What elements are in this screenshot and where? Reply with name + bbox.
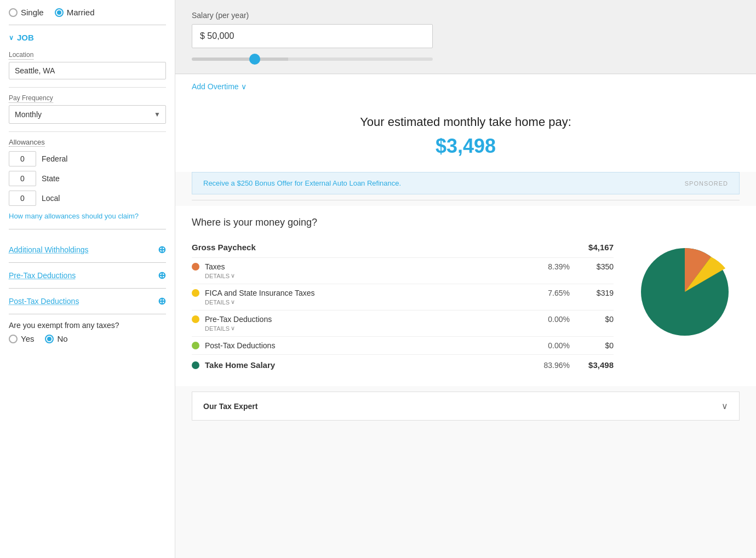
- pretax-details-label: DETAILS: [205, 325, 230, 332]
- pretax-row-main: Pre-Tax Deductions 0.00% $0: [192, 315, 614, 324]
- fica-details-label: DETAILS: [205, 299, 230, 306]
- additional-withholdings-row[interactable]: Additional Withholdings ⊕: [9, 237, 166, 263]
- salary-input-wrapper: [192, 24, 740, 48]
- sidebar: Single Married ∨ JOB Location Pay Freque…: [0, 0, 175, 558]
- single-label: Single: [21, 8, 44, 17]
- taxes-name: Taxes: [205, 262, 526, 271]
- exempt-yes-radio[interactable]: [9, 335, 18, 343]
- fica-details[interactable]: DETAILS ∨: [205, 298, 614, 306]
- exempt-yes-option[interactable]: Yes: [9, 334, 34, 343]
- federal-allowance-row: Federal: [9, 151, 166, 166]
- takehome-row-amt: $3,498: [575, 360, 614, 370]
- add-overtime-label: Add Overtime: [192, 82, 239, 91]
- gross-amount: $4,167: [588, 243, 614, 252]
- pretax-deductions-label: Pre-Tax Deductions: [9, 271, 76, 280]
- takehome-amount: $3,498: [192, 135, 740, 158]
- fica-name: FICA and State Insurance Taxes: [205, 289, 526, 297]
- federal-label: Federal: [42, 154, 67, 163]
- posttax-deductions-icon: ⊕: [158, 295, 166, 307]
- single-radio[interactable]: [9, 8, 18, 17]
- fica-row-main: FICA and State Insurance Taxes 7.65% $31…: [192, 289, 614, 297]
- married-label: Married: [67, 8, 95, 17]
- add-overtime-chevron: ∨: [241, 82, 247, 91]
- pay-frequency-select[interactable]: Monthly Hourly Daily Weekly Bi-Weekly Se…: [9, 105, 166, 124]
- fica-amt: $319: [575, 289, 614, 297]
- state-allowance-input[interactable]: [9, 171, 36, 186]
- takehome-section: Your estimated monthly take home pay: $3…: [175, 99, 756, 172]
- job-chevron: ∨: [9, 34, 14, 42]
- sponsored-banner[interactable]: Receive a $250 Bonus Offer for External …: [192, 172, 740, 194]
- additional-withholdings-label: Additional Withholdings: [9, 245, 89, 254]
- pay-frequency-select-wrapper: Monthly Hourly Daily Weekly Bi-Weekly Se…: [9, 105, 166, 124]
- posttax-row-main: Post-Tax Deductions 0.00% $0: [192, 341, 614, 350]
- add-overtime-bar[interactable]: Add Overtime ∨: [175, 74, 756, 99]
- exempt-no-option[interactable]: No: [45, 334, 67, 343]
- takehome-breakdown-row: Take Home Salary 83.96% $3,498: [192, 355, 614, 375]
- posttax-deductions-label: Post-Tax Deductions: [9, 297, 79, 306]
- state-allowance-row: State: [9, 171, 166, 186]
- local-allowance-input[interactable]: [9, 191, 36, 206]
- pretax-details[interactable]: DETAILS ∨: [205, 325, 614, 332]
- exempt-options: Yes No: [9, 334, 166, 343]
- taxes-details[interactable]: DETAILS ∨: [205, 272, 614, 279]
- tax-expert-header[interactable]: Our Tax Expert ∨: [192, 392, 739, 420]
- takehome-subtitle: Your estimated monthly take home pay:: [192, 115, 740, 129]
- takehome-row-name: Take Home Salary: [205, 360, 526, 370]
- breakdown-table: Gross Paycheck $4,167 Taxes 8.39% $350 D…: [192, 237, 614, 375]
- gross-paycheck-row: Gross Paycheck $4,167: [192, 237, 614, 258]
- job-section-title[interactable]: ∨ JOB: [9, 33, 166, 42]
- salary-slider-container: [192, 54, 433, 62]
- gross-label: Gross Paycheck: [192, 243, 256, 252]
- married-option[interactable]: Married: [55, 8, 95, 17]
- taxes-details-chevron: ∨: [231, 272, 235, 279]
- pretax-deductions-icon: ⊕: [158, 269, 166, 281]
- fica-details-chevron: ∨: [231, 298, 235, 306]
- taxes-dot: [192, 263, 199, 271]
- taxes-row-main: Taxes 8.39% $350: [192, 262, 614, 271]
- pie-chart: [630, 237, 740, 347]
- salary-slider[interactable]: [192, 57, 433, 61]
- job-title: JOB: [17, 33, 34, 42]
- posttax-dot: [192, 342, 199, 349]
- location-input[interactable]: [9, 62, 166, 79]
- exempt-section: Are you exempt from any taxes? Yes No: [9, 314, 166, 343]
- pay-frequency-wrapper: Pay Frequency Monthly Hourly Daily Weekl…: [9, 93, 166, 124]
- fica-dot: [192, 289, 199, 297]
- pretax-deductions-row[interactable]: Pre-Tax Deductions ⊕: [9, 263, 166, 289]
- tax-expert-title: Our Tax Expert: [203, 402, 257, 411]
- federal-allowance-input[interactable]: [9, 151, 36, 166]
- pretax-amt: $0: [575, 315, 614, 324]
- exempt-yes-label: Yes: [21, 334, 34, 343]
- exempt-question: Are you exempt from any taxes?: [9, 321, 166, 330]
- takehome-dot: [192, 361, 199, 369]
- exempt-no-radio[interactable]: [45, 335, 54, 343]
- allowances-label: Allowances: [9, 138, 45, 147]
- sponsored-label: SPONSORED: [685, 180, 728, 187]
- tax-expert-chevron: ∨: [721, 401, 728, 411]
- fica-pct: 7.65%: [531, 289, 570, 297]
- takehome-row-pct: 83.96%: [531, 361, 570, 370]
- posttax-pct: 0.00%: [531, 341, 570, 350]
- exempt-no-label: No: [57, 334, 67, 343]
- salary-input[interactable]: [192, 24, 433, 48]
- salary-label: Salary (per year): [192, 11, 740, 20]
- taxes-row: Taxes 8.39% $350 DETAILS ∨: [192, 258, 614, 284]
- taxes-amt: $350: [575, 262, 614, 271]
- fica-row: FICA and State Insurance Taxes 7.65% $31…: [192, 284, 614, 310]
- location-label: Location: [9, 51, 33, 60]
- pretax-details-chevron: ∨: [231, 325, 235, 332]
- allowances-wrapper: Allowances Federal State Local: [9, 137, 166, 206]
- sponsored-text: Receive a $250 Bonus Offer for External …: [203, 179, 401, 187]
- posttax-deductions-row[interactable]: Post-Tax Deductions ⊕: [9, 289, 166, 314]
- pie-svg: [630, 237, 740, 347]
- married-radio[interactable]: [55, 8, 64, 17]
- taxes-details-label: DETAILS: [205, 273, 230, 279]
- local-label: Local: [42, 194, 60, 203]
- additional-withholdings-icon: ⊕: [158, 244, 166, 256]
- allowances-help-link[interactable]: How many allowances should you claim?: [9, 211, 166, 221]
- pay-frequency-label: Pay Frequency: [9, 94, 53, 103]
- single-option[interactable]: Single: [9, 8, 44, 17]
- posttax-amt: $0: [575, 341, 614, 350]
- breakdown-section: Where is your money going? Gross Paychec…: [175, 206, 756, 386]
- pretax-row: Pre-Tax Deductions 0.00% $0 DETAILS ∨: [192, 310, 614, 337]
